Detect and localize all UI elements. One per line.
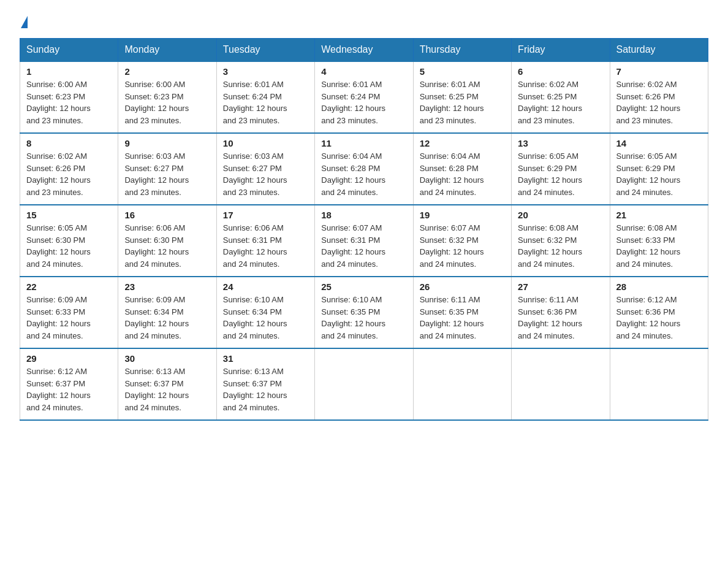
calendar-cell: 24Sunrise: 6:10 AMSunset: 6:34 PMDayligh…: [216, 277, 314, 348]
day-number: 20: [518, 210, 603, 220]
day-info: Sunrise: 6:01 AMSunset: 6:24 PMDaylight:…: [223, 80, 287, 125]
day-info: Sunrise: 6:05 AMSunset: 6:29 PMDaylight:…: [518, 151, 582, 197]
calendar-cell: 26Sunrise: 6:11 AMSunset: 6:35 PMDayligh…: [413, 277, 511, 348]
calendar-week-row: 1Sunrise: 6:00 AMSunset: 6:23 PMDaylight…: [20, 61, 708, 133]
calendar-cell: 12Sunrise: 6:04 AMSunset: 6:28 PMDayligh…: [413, 133, 511, 205]
calendar-cell: 17Sunrise: 6:06 AMSunset: 6:31 PMDayligh…: [216, 205, 314, 277]
calendar-cell: [413, 348, 511, 420]
calendar-cell: 13Sunrise: 6:05 AMSunset: 6:29 PMDayligh…: [512, 133, 610, 205]
day-number: 22: [26, 282, 112, 292]
day-info: Sunrise: 6:00 AMSunset: 6:23 PMDaylight:…: [124, 80, 189, 125]
day-number: 4: [321, 66, 406, 77]
calendar-cell: 20Sunrise: 6:08 AMSunset: 6:32 PMDayligh…: [512, 205, 610, 277]
calendar-cell: 10Sunrise: 6:03 AMSunset: 6:27 PMDayligh…: [216, 133, 314, 205]
day-info: Sunrise: 6:10 AMSunset: 6:34 PMDaylight:…: [223, 295, 287, 340]
column-header-sunday: Sunday: [20, 39, 118, 62]
calendar-cell: 11Sunrise: 6:04 AMSunset: 6:28 PMDayligh…: [315, 133, 413, 205]
calendar-cell: 7Sunrise: 6:02 AMSunset: 6:26 PMDaylight…: [610, 61, 708, 133]
day-info: Sunrise: 6:07 AMSunset: 6:32 PMDaylight:…: [420, 223, 484, 269]
day-info: Sunrise: 6:05 AMSunset: 6:29 PMDaylight:…: [616, 151, 681, 197]
day-info: Sunrise: 6:11 AMSunset: 6:36 PMDaylight:…: [518, 295, 582, 340]
day-number: 30: [124, 353, 210, 364]
calendar-cell: 14Sunrise: 6:05 AMSunset: 6:29 PMDayligh…: [610, 133, 708, 205]
day-info: Sunrise: 6:09 AMSunset: 6:34 PMDaylight:…: [124, 295, 189, 340]
day-number: 9: [124, 138, 210, 148]
day-info: Sunrise: 6:11 AMSunset: 6:35 PMDaylight:…: [420, 295, 484, 340]
day-number: 28: [616, 282, 702, 292]
column-header-tuesday: Tuesday: [216, 39, 314, 62]
day-number: 24: [223, 282, 308, 292]
calendar-table: SundayMondayTuesdayWednesdayThursdayFrid…: [20, 38, 708, 421]
day-info: Sunrise: 6:13 AMSunset: 6:37 PMDaylight:…: [124, 367, 189, 412]
calendar-cell: 6Sunrise: 6:02 AMSunset: 6:25 PMDaylight…: [512, 61, 610, 133]
day-info: Sunrise: 6:08 AMSunset: 6:33 PMDaylight:…: [616, 223, 681, 269]
day-info: Sunrise: 6:10 AMSunset: 6:35 PMDaylight:…: [321, 295, 385, 340]
calendar-cell: 8Sunrise: 6:02 AMSunset: 6:26 PMDaylight…: [20, 133, 118, 205]
calendar-cell: 21Sunrise: 6:08 AMSunset: 6:33 PMDayligh…: [610, 205, 708, 277]
day-number: 14: [616, 138, 702, 148]
day-number: 11: [321, 138, 406, 148]
calendar-cell: 27Sunrise: 6:11 AMSunset: 6:36 PMDayligh…: [512, 277, 610, 348]
calendar-cell: 3Sunrise: 6:01 AMSunset: 6:24 PMDaylight…: [216, 61, 314, 133]
day-number: 13: [518, 138, 603, 148]
day-number: 21: [616, 210, 702, 220]
day-number: 23: [124, 282, 210, 292]
logo-triangle-icon: [21, 16, 28, 28]
page-header: [20, 15, 708, 27]
day-info: Sunrise: 6:06 AMSunset: 6:30 PMDaylight:…: [124, 223, 189, 269]
calendar-cell: 18Sunrise: 6:07 AMSunset: 6:31 PMDayligh…: [315, 205, 413, 277]
day-number: 17: [223, 210, 308, 220]
column-header-saturday: Saturday: [610, 39, 708, 62]
calendar-cell: [610, 348, 708, 420]
day-info: Sunrise: 6:07 AMSunset: 6:31 PMDaylight:…: [321, 223, 385, 269]
day-number: 29: [26, 353, 112, 364]
day-info: Sunrise: 6:12 AMSunset: 6:37 PMDaylight:…: [26, 367, 91, 412]
day-number: 5: [420, 66, 505, 77]
day-number: 1: [26, 66, 112, 77]
calendar-cell: 31Sunrise: 6:13 AMSunset: 6:37 PMDayligh…: [216, 348, 314, 420]
day-info: Sunrise: 6:09 AMSunset: 6:33 PMDaylight:…: [26, 295, 91, 340]
day-info: Sunrise: 6:01 AMSunset: 6:24 PMDaylight:…: [321, 80, 385, 125]
day-number: 19: [420, 210, 505, 220]
calendar-week-row: 29Sunrise: 6:12 AMSunset: 6:37 PMDayligh…: [20, 348, 708, 420]
day-info: Sunrise: 6:04 AMSunset: 6:28 PMDaylight:…: [420, 151, 484, 197]
calendar-header-row: SundayMondayTuesdayWednesdayThursdayFrid…: [20, 39, 708, 62]
calendar-cell: 4Sunrise: 6:01 AMSunset: 6:24 PMDaylight…: [315, 61, 413, 133]
day-info: Sunrise: 6:00 AMSunset: 6:23 PMDaylight:…: [26, 80, 91, 125]
logo: [20, 15, 28, 27]
day-number: 2: [124, 66, 210, 77]
calendar-cell: 2Sunrise: 6:00 AMSunset: 6:23 PMDaylight…: [118, 61, 216, 133]
day-number: 18: [321, 210, 406, 220]
calendar-week-row: 22Sunrise: 6:09 AMSunset: 6:33 PMDayligh…: [20, 277, 708, 348]
day-info: Sunrise: 6:06 AMSunset: 6:31 PMDaylight:…: [223, 223, 287, 269]
day-info: Sunrise: 6:02 AMSunset: 6:26 PMDaylight:…: [26, 151, 91, 197]
day-number: 8: [26, 138, 112, 148]
column-header-monday: Monday: [118, 39, 216, 62]
day-info: Sunrise: 6:12 AMSunset: 6:36 PMDaylight:…: [616, 295, 681, 340]
column-header-friday: Friday: [512, 39, 610, 62]
day-number: 27: [518, 282, 603, 292]
day-info: Sunrise: 6:02 AMSunset: 6:25 PMDaylight:…: [518, 80, 582, 125]
day-info: Sunrise: 6:04 AMSunset: 6:28 PMDaylight:…: [321, 151, 385, 197]
day-number: 26: [420, 282, 505, 292]
calendar-cell: 16Sunrise: 6:06 AMSunset: 6:30 PMDayligh…: [118, 205, 216, 277]
calendar-cell: 28Sunrise: 6:12 AMSunset: 6:36 PMDayligh…: [610, 277, 708, 348]
day-number: 31: [223, 353, 308, 364]
day-number: 12: [420, 138, 505, 148]
day-info: Sunrise: 6:02 AMSunset: 6:26 PMDaylight:…: [616, 80, 681, 125]
day-info: Sunrise: 6:13 AMSunset: 6:37 PMDaylight:…: [223, 367, 287, 412]
calendar-cell: 15Sunrise: 6:05 AMSunset: 6:30 PMDayligh…: [20, 205, 118, 277]
calendar-week-row: 15Sunrise: 6:05 AMSunset: 6:30 PMDayligh…: [20, 205, 708, 277]
day-info: Sunrise: 6:01 AMSunset: 6:25 PMDaylight:…: [420, 80, 484, 125]
calendar-cell: [512, 348, 610, 420]
calendar-cell: 1Sunrise: 6:00 AMSunset: 6:23 PMDaylight…: [20, 61, 118, 133]
calendar-cell: 29Sunrise: 6:12 AMSunset: 6:37 PMDayligh…: [20, 348, 118, 420]
day-number: 6: [518, 66, 603, 77]
day-info: Sunrise: 6:08 AMSunset: 6:32 PMDaylight:…: [518, 223, 582, 269]
column-header-thursday: Thursday: [413, 39, 511, 62]
day-number: 16: [124, 210, 210, 220]
calendar-cell: 19Sunrise: 6:07 AMSunset: 6:32 PMDayligh…: [413, 205, 511, 277]
calendar-week-row: 8Sunrise: 6:02 AMSunset: 6:26 PMDaylight…: [20, 133, 708, 205]
calendar-cell: 25Sunrise: 6:10 AMSunset: 6:35 PMDayligh…: [315, 277, 413, 348]
column-header-wednesday: Wednesday: [315, 39, 413, 62]
